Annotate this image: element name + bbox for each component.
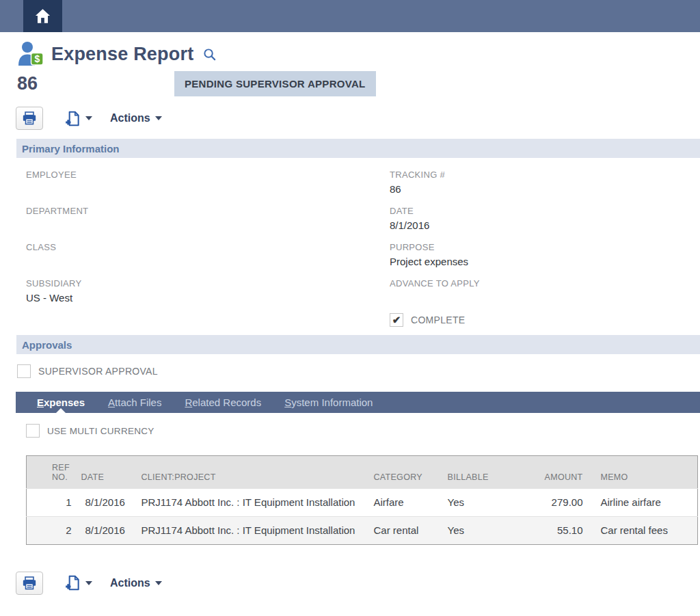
- printer-icon: [22, 111, 37, 126]
- expenses-table-header: REF NO. DATE CLIENT:PROJECT CATEGORY BIL…: [27, 456, 698, 489]
- svg-text:$: $: [34, 53, 40, 64]
- cell-ref-no: 1: [27, 489, 76, 517]
- cell-billable: Yes: [442, 489, 523, 517]
- complete-checkbox[interactable]: ✔: [390, 313, 403, 327]
- tab-attach-files[interactable]: Attach Files: [96, 392, 173, 413]
- cell-billable: Yes: [442, 516, 523, 544]
- supervisor-approval-label: SUPERVISOR APPROVAL: [38, 366, 158, 377]
- cell-amount: 55.10: [523, 516, 590, 544]
- cell-category: Airfare: [368, 489, 442, 517]
- checkmark-icon: ✔: [392, 314, 401, 326]
- document-plus-icon: [64, 109, 81, 128]
- cell-ref-no: 2: [27, 516, 76, 544]
- column-header-memo: MEMO: [590, 456, 698, 489]
- column-header-amount: AMOUNT: [523, 456, 590, 489]
- status-badge: PENDING SUPERVISOR APPROVAL: [174, 71, 376, 96]
- search-icon[interactable]: [203, 48, 216, 61]
- column-header-client-project: CLIENT:PROJECT: [136, 456, 368, 489]
- tab-expenses[interactable]: Expenses: [25, 392, 96, 413]
- supervisor-approval-row: SUPERVISOR APPROVAL: [17, 362, 700, 380]
- section-header-approvals: Approvals: [16, 335, 700, 354]
- section-title: Primary Information: [22, 143, 120, 155]
- actions-menu[interactable]: Actions: [110, 577, 162, 589]
- add-record-button[interactable]: [64, 109, 92, 128]
- expenses-table: REF NO. DATE CLIENT:PROJECT CATEGORY BIL…: [26, 455, 698, 545]
- cell-date: 8/1/2016: [76, 489, 136, 517]
- chevron-down-icon: [85, 116, 92, 120]
- active-tab-notch: [56, 408, 66, 413]
- cell-amount: 279.00: [523, 489, 590, 517]
- chevron-down-icon: [85, 581, 92, 585]
- printer-icon: [22, 576, 37, 591]
- section-title: Approvals: [22, 339, 72, 351]
- document-plus-icon: [64, 574, 81, 592]
- multi-currency-label: USE MULTI CURRENCY: [47, 426, 154, 436]
- field-purpose: PURPOSE Project expenses: [390, 242, 700, 278]
- cell-memo: Airline airfare: [590, 489, 698, 517]
- page-header: $ Expense Report: [17, 41, 700, 67]
- use-multi-currency-checkbox[interactable]: [26, 424, 40, 438]
- print-button[interactable]: [16, 572, 43, 595]
- expense-report-icon: $: [17, 41, 44, 67]
- page-title: Expense Report: [51, 44, 193, 65]
- field-tracking-number: TRACKING # 86: [390, 170, 700, 206]
- record-id-row: 86 PENDING SUPERVISOR APPROVAL: [17, 70, 700, 97]
- field-class: CLASS: [26, 242, 390, 278]
- column-header-billable: BILLABLE: [442, 456, 523, 489]
- expense-row-1: 1 8/1/2016 PRJ1174 Abbott Inc. : IT Equi…: [27, 489, 698, 517]
- expense-row-2: 2 8/1/2016 PRJ1174 Abbott Inc. : IT Equi…: [27, 516, 698, 544]
- column-header-ref-no: REF NO.: [27, 456, 76, 489]
- field-subsidiary: SUBSIDIARY US - West: [26, 278, 390, 314]
- cell-date: 8/1/2016: [76, 516, 136, 544]
- bottom-toolbar: Actions: [16, 571, 700, 595]
- home-icon: [33, 7, 52, 25]
- actions-label: Actions: [110, 112, 150, 124]
- column-header-date: DATE: [76, 456, 136, 489]
- top-toolbar: Actions: [16, 106, 700, 131]
- cell-client-project: PRJ1174 Abbott Inc. : IT Equipment Insta…: [136, 516, 368, 544]
- record-id: 86: [17, 73, 58, 94]
- actions-label: Actions: [110, 577, 150, 589]
- chevron-down-icon: [155, 116, 162, 120]
- home-button[interactable]: [23, 0, 62, 32]
- tab-related-records[interactable]: Related Records: [173, 392, 273, 413]
- cell-client-project: PRJ1174 Abbott Inc. : IT Equipment Insta…: [136, 489, 368, 517]
- chevron-down-icon: [155, 581, 162, 585]
- cell-category: Car rental: [368, 516, 442, 544]
- actions-menu[interactable]: Actions: [110, 112, 162, 124]
- subtab-bar: Expenses Attach Files Related Records Sy…: [16, 392, 700, 413]
- section-header-primary-information: Primary Information: [16, 139, 700, 158]
- column-header-category: CATEGORY: [368, 456, 442, 489]
- tab-system-information[interactable]: System Information: [273, 392, 384, 413]
- complete-checkbox-row: ✔ COMPLETE: [390, 313, 700, 327]
- field-employee: EMPLOYEE: [26, 170, 390, 206]
- complete-checkbox-label: COMPLETE: [411, 314, 465, 325]
- field-advance-to-apply: ADVANCE TO APPLY: [390, 278, 700, 309]
- cell-memo: Car rental fees: [590, 516, 698, 544]
- field-date: DATE 8/1/2016: [390, 206, 700, 242]
- multi-currency-row: USE MULTI CURRENCY: [26, 423, 700, 438]
- supervisor-approval-checkbox[interactable]: [17, 364, 31, 378]
- primary-information-fields: EMPLOYEE DEPARTMENT CLASS SUBSIDIARY US …: [26, 170, 700, 327]
- field-department: DEPARTMENT: [26, 206, 390, 242]
- print-button[interactable]: [16, 107, 43, 130]
- add-record-button[interactable]: [64, 574, 92, 592]
- top-navigation-bar: [0, 0, 700, 32]
